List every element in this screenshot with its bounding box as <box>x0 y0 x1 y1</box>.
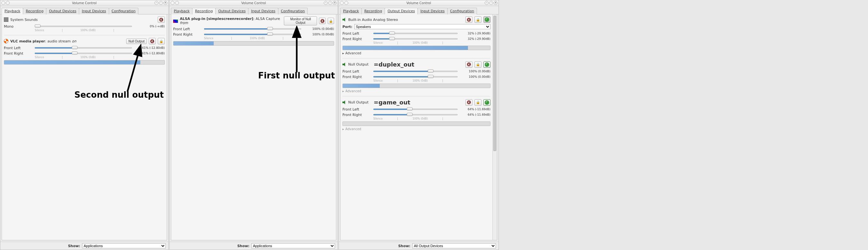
tab-configuration[interactable]: Configuration <box>278 8 308 14</box>
lock-channels-button[interactable] <box>474 99 482 106</box>
mute-icon <box>150 39 154 43</box>
lock-channels-button[interactable] <box>474 61 482 68</box>
show-label: Show: <box>237 244 249 248</box>
front-right-slider[interactable] <box>204 32 301 37</box>
titlebar: Volume Control – ◦ × <box>169 0 338 6</box>
channel-right-label: Front Right <box>342 75 371 79</box>
device-builtin: Built-in Audio Analog Stereo Port: Speak… <box>342 16 491 55</box>
device-title: Null Output <box>348 62 369 67</box>
device-title: Null Output <box>348 100 369 104</box>
show-label: Show: <box>68 244 80 248</box>
tab-input-devices[interactable]: Input Devices <box>417 8 447 14</box>
speaker-icon <box>342 18 346 22</box>
front-right-slider[interactable] <box>35 51 132 56</box>
tab-input-devices[interactable]: Input Devices <box>79 8 109 14</box>
tab-recording[interactable]: Recording <box>23 8 46 14</box>
tab-output-devices[interactable]: Output Devices <box>215 8 248 14</box>
advanced-expander[interactable]: ▸Advanced <box>342 51 491 55</box>
vu-meter <box>342 83 491 88</box>
vu-meter <box>342 121 491 126</box>
mono-slider[interactable] <box>35 24 132 29</box>
channel-right-label: Front Right <box>342 37 371 41</box>
lock-channels-button[interactable] <box>158 38 165 44</box>
win-icon <box>1 1 5 5</box>
window-controls-left <box>1 1 10 5</box>
tab-input-devices[interactable]: Input Devices <box>248 8 278 14</box>
front-right-value: 100% (0.00dB) <box>460 75 491 78</box>
maximize-button[interactable]: ◦ <box>489 1 493 5</box>
tab-playback[interactable]: Playback <box>2 8 23 14</box>
front-left-slider[interactable] <box>35 46 132 50</box>
set-default-button[interactable] <box>484 16 491 23</box>
slider-ticks: Silence|100% (0dB)| <box>373 117 458 120</box>
advanced-expander[interactable]: ▸Advanced <box>342 89 491 93</box>
advanced-expander[interactable]: ▸Advanced <box>342 127 491 131</box>
lock-icon <box>476 63 480 66</box>
mute-button[interactable] <box>465 61 472 68</box>
vu-meter <box>342 46 491 50</box>
tab-playback[interactable]: Playback <box>171 8 192 14</box>
close-button[interactable]: × <box>333 1 337 5</box>
window-title: Volume Control <box>406 1 431 5</box>
front-left-value: 64% (-11.69dB) <box>460 108 491 111</box>
close-button[interactable]: × <box>163 1 167 5</box>
front-right-slider[interactable] <box>373 112 458 117</box>
window-controls: – ◦ × <box>485 1 498 5</box>
front-left-slider[interactable] <box>373 31 458 36</box>
front-right-slider[interactable] <box>373 75 458 79</box>
lock-channels-button[interactable] <box>474 16 482 23</box>
footer: Show: Applications <box>0 242 168 250</box>
window-output-devices: Volume Control – ◦ × Playback Recording … <box>339 0 499 250</box>
tab-recording[interactable]: Recording <box>362 8 385 14</box>
show-select[interactable]: Applications <box>82 243 166 248</box>
front-right-slider[interactable] <box>373 37 458 41</box>
mute-button[interactable] <box>158 16 165 23</box>
channel-left-label: Front Left <box>4 46 33 50</box>
minimize-button[interactable]: – <box>324 1 328 5</box>
slider-ticks: Silence|100% (0dB)| <box>373 41 458 44</box>
tab-configuration[interactable]: Configuration <box>447 8 477 14</box>
mute-icon <box>467 62 471 67</box>
mute-button[interactable] <box>319 18 326 24</box>
tab-playback[interactable]: Playback <box>340 8 362 14</box>
mute-button[interactable] <box>465 16 472 23</box>
output-device-button[interactable]: Null Output <box>126 39 147 44</box>
source-device-button[interactable]: Monitor of Null Output <box>284 16 317 25</box>
mute-button[interactable] <box>149 38 156 44</box>
tab-output-devices[interactable]: Output Devices <box>46 8 79 14</box>
mono-value: 0% (-∞dB) <box>134 25 165 28</box>
channel-right-label: Front Right <box>342 113 371 117</box>
set-default-button[interactable] <box>484 61 491 68</box>
playback-content: System Sounds Mono 0% (-∞dB) Silence|100… <box>2 14 167 240</box>
window-title: Volume Control <box>241 1 266 5</box>
annotation-second-null: Second null output <box>74 90 164 100</box>
close-button[interactable]: × <box>494 1 498 5</box>
speaker-icon <box>342 101 346 104</box>
tab-output-devices[interactable]: Output Devices <box>384 8 418 14</box>
lock-icon <box>159 39 163 43</box>
maximize-button[interactable]: ◦ <box>328 1 332 5</box>
port-select[interactable]: Speakers <box>354 24 491 29</box>
front-left-slider[interactable] <box>373 69 458 74</box>
front-right-value: 64% (-11.69dB) <box>460 113 491 116</box>
ssr-icon <box>173 20 178 23</box>
window-recording: Volume Control – ◦ × Playback Recording … <box>169 0 338 250</box>
scrollbar[interactable] <box>492 14 497 240</box>
front-left-slider[interactable] <box>204 27 301 31</box>
channel-right-label: Front Right <box>173 32 202 37</box>
maximize-button[interactable]: ◦ <box>159 1 163 5</box>
stream-system-sounds: System Sounds Mono 0% (-∞dB) Silence|100… <box>4 16 165 32</box>
stream-title: System Sounds <box>10 18 38 22</box>
tab-recording[interactable]: Recording <box>192 8 216 14</box>
footer: Show: All Output Devices <box>339 242 499 250</box>
minimize-button[interactable]: – <box>485 1 489 5</box>
tab-configuration[interactable]: Configuration <box>109 8 139 14</box>
mute-button[interactable] <box>465 99 472 106</box>
set-default-button[interactable] <box>484 99 491 106</box>
front-left-slider[interactable] <box>373 107 458 111</box>
lock-channels-button[interactable] <box>328 18 334 24</box>
minimize-button[interactable]: – <box>154 1 158 5</box>
show-select[interactable]: Applications <box>251 243 335 248</box>
front-left-value: 100% (0.00dB) <box>460 70 491 73</box>
show-select[interactable]: All Output Devices <box>412 243 496 248</box>
